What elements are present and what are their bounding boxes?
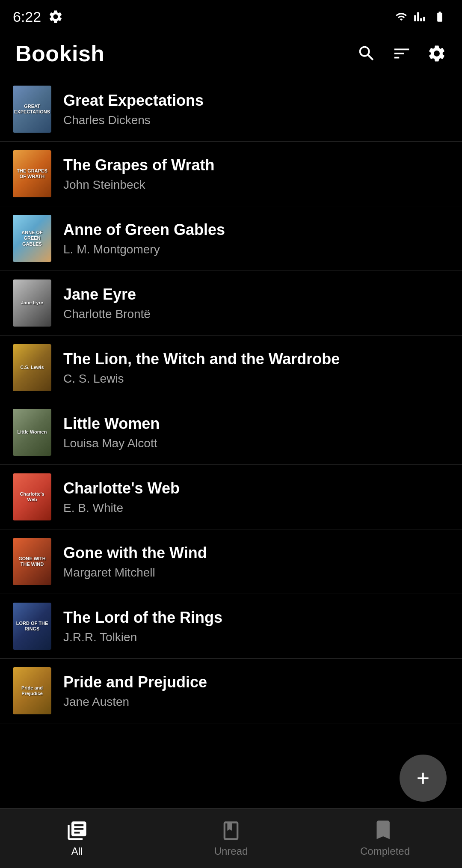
battery-icon	[430, 11, 449, 23]
book-title: The Lion, the Witch and the Wardrobe	[63, 350, 449, 368]
book-item[interactable]: Jane EyreJane EyreCharlotte Brontë	[0, 271, 462, 336]
book-info: The Lord of the RingsJ.R.R. Tolkien	[63, 608, 449, 644]
book-info: The Lion, the Witch and the WardrobeC. S…	[63, 350, 449, 385]
book-title: Great Expectations	[63, 91, 449, 110]
nav-item-unread[interactable]: Unread	[154, 809, 308, 868]
search-icon	[357, 44, 376, 63]
book-cover: C.S. Lewis	[13, 344, 51, 391]
book-cover-text: GREAT EXPECTATIONS	[13, 102, 51, 116]
book-title: The Lord of the Rings	[63, 608, 449, 627]
book-cover-text: Pride and Prejudice	[13, 684, 51, 698]
book-cover: LORD OF THE RINGS	[13, 603, 51, 650]
book-info: Great ExpectationsCharles Dickens	[63, 91, 449, 127]
add-book-fab[interactable]: +	[400, 755, 447, 802]
book-cover: Charlotte's Web	[13, 473, 51, 520]
status-time: 6:22	[13, 9, 41, 25]
book-author: Charles Dickens	[63, 113, 449, 127]
filter-button[interactable]	[392, 44, 412, 63]
search-button[interactable]	[357, 44, 376, 63]
book-cover: THE GRAPES OF WRATH	[13, 150, 51, 197]
book-title: Pride and Prejudice	[63, 673, 449, 691]
book-title: The Grapes of Wrath	[63, 156, 449, 174]
settings-icon	[427, 44, 447, 63]
book-info: Pride and PrejudiceJane Austen	[63, 673, 449, 708]
book-cover-text: Jane Eyre	[19, 298, 45, 307]
book-cover: GREAT EXPECTATIONS	[13, 86, 51, 133]
status-right-icons	[394, 11, 449, 23]
book-author: Margaret Mitchell	[63, 566, 449, 580]
bottom-nav: All Unread Completed	[0, 808, 462, 868]
book-author: E. B. White	[63, 501, 449, 515]
book-cover-text: THE GRAPES OF WRATH	[13, 166, 51, 181]
nav-completed-label: Completed	[360, 845, 410, 857]
book-author: Jane Austen	[63, 695, 449, 709]
signal-icon	[413, 11, 426, 23]
nav-item-all[interactable]: All	[0, 809, 154, 868]
app-title: Bookish	[15, 41, 105, 66]
status-bar: 6:22	[0, 0, 462, 30]
book-info: Jane EyreCharlotte Brontë	[63, 285, 449, 321]
book-item[interactable]: Pride and PrejudicePride and PrejudiceJa…	[0, 659, 462, 723]
app-bar-actions	[357, 44, 447, 63]
wifi-icon	[394, 11, 409, 23]
book-author: Charlotte Brontë	[63, 307, 449, 321]
book-author: J.R.R. Tolkien	[63, 630, 449, 644]
app-bar: Bookish	[0, 30, 462, 77]
book-list: GREAT EXPECTATIONSGreat ExpectationsChar…	[0, 77, 462, 783]
book-item[interactable]: Charlotte's WebCharlotte's WebE. B. Whit…	[0, 465, 462, 529]
book-info: Anne of Green GablesL. M. Montgomery	[63, 220, 449, 256]
book-cover: GONE WITH THE WIND	[13, 538, 51, 585]
book-title: Jane Eyre	[63, 285, 449, 303]
book-cover-text: Charlotte's Web	[13, 490, 51, 504]
book-title: Gone with the Wind	[63, 544, 449, 562]
book-author: John Steinbeck	[63, 178, 449, 192]
book-item[interactable]: ANNE OF GREEN GABLESAnne of Green Gables…	[0, 206, 462, 271]
book-item[interactable]: Little WomenLittle WomenLouisa May Alcot…	[0, 400, 462, 465]
book-title: Anne of Green Gables	[63, 220, 449, 239]
filter-icon	[392, 44, 412, 63]
book-author: Louisa May Alcott	[63, 437, 449, 450]
book-cover: Pride and Prejudice	[13, 667, 51, 714]
book-cover-text: ANNE OF GREEN GABLES	[13, 228, 51, 249]
book-title: Charlotte's Web	[63, 479, 449, 497]
book-cover: Little Women	[13, 409, 51, 456]
book-info: Little WomenLouisa May Alcott	[63, 414, 449, 450]
completed-icon	[374, 820, 396, 842]
book-cover-text: Little Women	[16, 428, 49, 437]
book-cover: ANNE OF GREEN GABLES	[13, 215, 51, 262]
book-author: L. M. Montgomery	[63, 243, 449, 256]
book-item[interactable]: LORD OF THE RINGSThe Lord of the RingsJ.…	[0, 594, 462, 659]
add-icon: +	[417, 767, 429, 789]
book-author: C. S. Lewis	[63, 372, 449, 386]
notification-gear-icon	[48, 9, 63, 24]
book-cover: Jane Eyre	[13, 279, 51, 327]
book-info: The Grapes of WrathJohn Steinbeck	[63, 156, 449, 191]
book-item[interactable]: THE GRAPES OF WRATHThe Grapes of WrathJo…	[0, 142, 462, 206]
settings-button[interactable]	[427, 44, 447, 63]
book-item[interactable]: GONE WITH THE WINDGone with the WindMarg…	[0, 529, 462, 594]
book-cover-text: GONE WITH THE WIND	[13, 554, 51, 569]
book-cover-text: LORD OF THE RINGS	[13, 619, 51, 633]
books-icon	[66, 820, 88, 842]
book-item[interactable]: GREAT EXPECTATIONSGreat ExpectationsChar…	[0, 77, 462, 142]
nav-unread-label: Unread	[214, 845, 248, 857]
book-item[interactable]: C.S. LewisThe Lion, the Witch and the Wa…	[0, 336, 462, 400]
book-cover-text: C.S. Lewis	[18, 363, 45, 372]
nav-all-label: All	[71, 845, 83, 857]
book-title: Little Women	[63, 414, 449, 433]
nav-item-completed[interactable]: Completed	[308, 809, 462, 868]
unread-icon	[220, 820, 242, 842]
book-info: Charlotte's WebE. B. White	[63, 479, 449, 514]
book-info: Gone with the WindMargaret Mitchell	[63, 544, 449, 579]
